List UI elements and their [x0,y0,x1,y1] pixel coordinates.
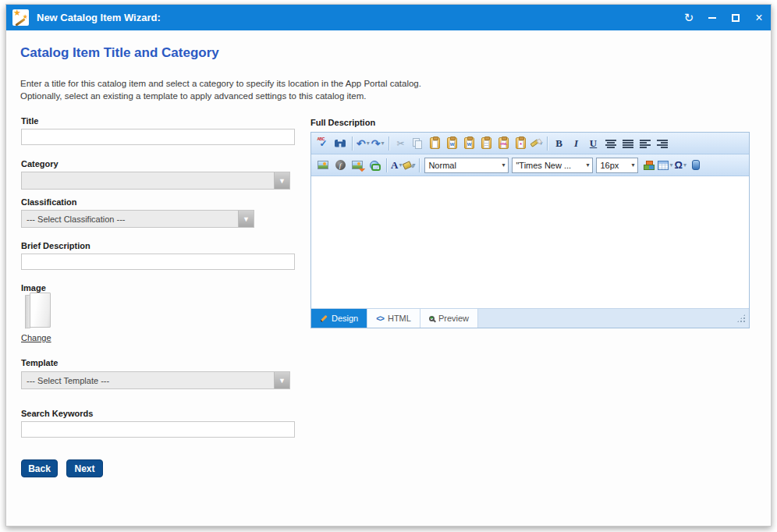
paste-as-html-icon[interactable]: HTML [496,136,512,151]
intro-text: Enter a title for this catalog item and … [20,77,421,102]
catalog-item-image [24,293,52,330]
resize-grip[interactable] [736,314,746,323]
bold-icon[interactable]: B [552,136,567,151]
spellcheck-icon[interactable] [315,136,331,151]
cut-icon[interactable]: ✂ [393,136,409,151]
intro-line-1: Enter a title for this catalog item and … [20,77,421,90]
tab-html-label: HTML [388,314,411,323]
full-description-label: Full Description [310,118,375,127]
wizard-dialog: ★ ★ New Catalog Item Wizard: ↻ × Catalog… [5,4,772,527]
chevron-down-icon[interactable]: ▼ [238,211,254,227]
chevron-down-icon[interactable]: ▼ [274,372,289,388]
paste-html-icon[interactable]: * [513,136,529,151]
editor-toolbar-row-1: ↶▾ ↷▾ ✂ W W HTML * ▾ B I U [311,133,749,154]
toolbar-separator [386,158,387,172]
paste-icon[interactable] [428,136,443,151]
align-right-icon[interactable] [655,136,670,151]
redo-icon[interactable]: ↷▾ [371,138,385,149]
category-dropdown[interactable]: ▼ [21,172,290,190]
pencil-icon [320,314,327,321]
rich-text-editor: ↶▾ ↷▾ ✂ W W HTML * ▾ B I U [310,132,750,328]
justify-icon[interactable] [620,136,636,151]
image-manager-icon[interactable] [315,158,331,173]
underline-icon[interactable]: U [586,136,601,151]
editor-mode-tabs: Design <> HTML Preview [311,309,749,328]
maximize-icon[interactable] [724,5,747,30]
template-dropdown[interactable]: --- Select Template --- ▼ [21,371,290,389]
toggle-fullscreen-icon[interactable] [688,158,704,173]
toolbar-separator [352,137,353,151]
category-label: Category [21,159,59,168]
image-editor-icon[interactable] [349,158,365,173]
intro-line-2: Optionally, select an existing a templat… [20,90,421,102]
next-button[interactable]: Next [66,459,103,477]
find-replace-icon[interactable] [332,136,348,151]
format-stripper-icon[interactable]: ▾ [530,140,543,147]
close-icon[interactable]: × [747,5,771,30]
code-brackets-icon: <> [376,314,384,323]
brief-description-input[interactable] [21,254,295,270]
back-button[interactable]: Back [21,459,58,477]
tab-html[interactable]: <> HTML [367,309,420,328]
title-input[interactable] [21,129,295,145]
search-keywords-label: Search Keywords [21,409,93,418]
toolbar-separator [547,137,548,151]
font-name-select[interactable]: "Times New ...▾ [512,158,593,173]
magnifier-icon [429,316,435,321]
insert-table-icon[interactable]: ▾ [658,161,672,170]
classification-dropdown[interactable]: --- Select Classification --- ▼ [21,210,254,228]
tab-preview[interactable]: Preview [420,309,478,328]
change-image-link[interactable]: Change [21,333,51,342]
italic-icon[interactable]: I [569,136,584,151]
tab-preview-label: Preview [438,314,469,323]
font-size-select[interactable]: 16px▾ [596,158,638,173]
image-label: Image [21,283,46,293]
align-center-icon[interactable] [603,136,619,151]
apply-css-class-icon[interactable] [640,158,656,173]
window-title: New Catalog Item Wizard: [37,12,161,23]
minimize-icon[interactable] [701,5,724,30]
page-title: Catalog Item Title and Category [20,45,219,61]
editor-content-area[interactable] [311,176,749,309]
editor-toolbar-row-2: A▾ ▾ Normal▾ "Times New ...▾ 16px▾ ▾ Ω▾ [311,154,749,176]
template-value: --- Select Template --- [22,376,274,385]
paste-from-word-strip-font-icon[interactable]: W [462,136,477,151]
paste-from-word-icon[interactable]: W [445,136,460,151]
flash-manager-icon[interactable] [332,158,348,173]
classification-label: Classification [21,197,77,207]
chevron-down-icon[interactable]: ▼ [274,172,289,189]
align-left-icon[interactable] [637,136,653,151]
refresh-icon[interactable]: ↻ [677,5,701,30]
template-label: Template [21,358,58,367]
foreground-color-icon[interactable]: A▾ [391,159,402,172]
copy-icon[interactable] [410,136,426,151]
toolbar-separator [388,137,389,151]
paste-plain-text-icon[interactable] [479,136,495,151]
undo-icon[interactable]: ↶▾ [357,138,370,149]
title-label: Title [21,116,38,126]
background-color-icon[interactable]: ▾ [403,161,415,168]
insert-symbol-icon[interactable]: Ω▾ [674,159,686,171]
toolbar-separator [419,158,420,172]
tab-design[interactable]: Design [311,309,367,328]
search-keywords-input[interactable] [21,421,295,438]
tab-design-label: Design [332,314,358,323]
paragraph-style-select[interactable]: Normal▾ [424,158,509,173]
classification-value: --- Select Classification --- [22,215,238,224]
link-manager-icon[interactable] [367,158,382,173]
titlebar: ★ ★ New Catalog Item Wizard: ↻ × [6,5,771,30]
window-controls: ↻ × [677,5,771,30]
wizard-app-icon: ★ ★ [12,9,29,26]
brief-description-label: Brief Description [21,241,90,250]
